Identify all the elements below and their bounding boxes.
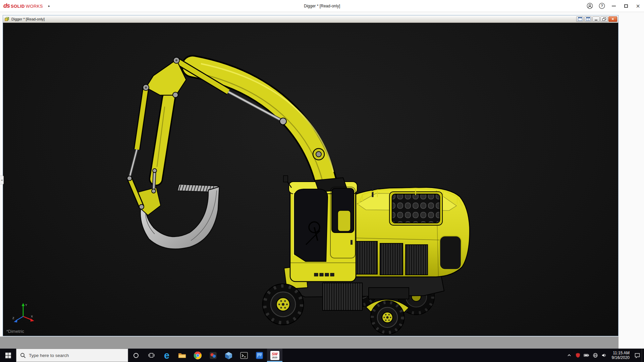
- engine-grille: [392, 194, 440, 223]
- chrome-app-button[interactable]: [190, 349, 205, 362]
- excavator-model: [3, 23, 618, 336]
- svg-text:?: ?: [601, 4, 603, 8]
- close-button[interactable]: ×: [632, 0, 644, 12]
- cortana-icon: [133, 353, 139, 358]
- svg-text:Z: Z: [12, 316, 14, 320]
- network-tray-button[interactable]: [591, 349, 600, 362]
- doc-restore-button[interactable]: [600, 16, 608, 22]
- document-title: Digger * [Read-only]: [11, 17, 45, 21]
- file-explorer-button[interactable]: [174, 349, 190, 362]
- 3d-viewport[interactable]: Y X Z *Dimetric: [3, 23, 618, 336]
- network-icon: [593, 353, 598, 358]
- clock[interactable]: 11:15 AM 9/16/2020: [608, 351, 633, 360]
- edge-app-button[interactable]: e: [159, 349, 174, 362]
- command-prompt-icon: [240, 351, 248, 360]
- photos-app-button[interactable]: [252, 349, 267, 362]
- solidworks-logo: ds SOLIDWORKS: [0, 2, 43, 9]
- media-app-button[interactable]: [205, 349, 221, 362]
- solidworks-app-icon: SW 2020: [270, 351, 279, 360]
- menu-expand-arrow-icon[interactable]: ▸: [48, 0, 50, 12]
- app-titlebar: ds SOLIDWORKS ▸ Digger * [Read-only] ?: [0, 0, 644, 12]
- door-handle: [351, 240, 353, 245]
- windshield: [294, 189, 328, 261]
- side-vent-1: [355, 241, 377, 274]
- engine-body: [355, 186, 470, 277]
- battery-icon: [584, 353, 589, 358]
- doc-pane-button-1[interactable]: [576, 16, 584, 22]
- user-icon: [587, 3, 593, 9]
- file-explorer-icon: [178, 351, 186, 360]
- action-center-button[interactable]: [633, 349, 642, 362]
- document-window-controls: ×: [576, 16, 617, 22]
- brand-solid-text: SOLID: [11, 4, 25, 9]
- minimize-icon: [612, 6, 616, 6]
- start-button[interactable]: [0, 349, 16, 362]
- antivirus-shield-icon: [575, 353, 581, 358]
- bucket: [137, 184, 219, 249]
- doc-close-button[interactable]: ×: [608, 16, 617, 22]
- screen: ds SOLIDWORKS ▸ Digger * [Read-only] ?: [0, 0, 644, 362]
- x-axis-arrow: [31, 318, 35, 322]
- cube-icon: [224, 351, 233, 360]
- tray-expand-button[interactable]: [565, 349, 574, 362]
- split-window-icon: [586, 17, 590, 21]
- search-input[interactable]: [29, 353, 124, 358]
- cab: [283, 176, 357, 282]
- action-center-icon: [634, 353, 640, 358]
- maximize-icon: [624, 4, 628, 8]
- photos-icon: [255, 351, 264, 360]
- boom-arm: [129, 57, 333, 190]
- doc-minimize-icon: [595, 20, 597, 20]
- edrawings-app-button[interactable]: [221, 349, 236, 362]
- volume-tray-button[interactable]: [600, 349, 608, 362]
- taskbar-search[interactable]: [16, 349, 128, 362]
- cortana-button[interactable]: [128, 349, 144, 362]
- assembly-icon: [5, 16, 10, 22]
- view-orientation-label: *Dimetric: [6, 329, 24, 334]
- app-title: Digger * [Read-only]: [0, 4, 644, 8]
- edge-icon: e: [164, 351, 169, 360]
- windows-logo-icon: [5, 353, 11, 358]
- document-titlebar[interactable]: Digger * [Read-only]: [3, 15, 618, 23]
- battery-tray-button[interactable]: [582, 349, 591, 362]
- seat: [338, 210, 351, 231]
- task-view-icon: [148, 352, 155, 359]
- search-icon: [20, 353, 26, 358]
- antivirus-tray-button[interactable]: [574, 349, 582, 362]
- task-view-button[interactable]: [144, 349, 159, 362]
- titlebar-controls: ? ×: [584, 0, 644, 12]
- clock-time: 11:15 AM: [613, 351, 630, 355]
- side-vent-3: [406, 245, 428, 275]
- minimize-button[interactable]: [608, 0, 620, 12]
- document-window: Digger * [Read-only]: [3, 15, 619, 336]
- help-icon: ?: [599, 3, 605, 9]
- account-button[interactable]: [584, 0, 596, 12]
- maximize-button[interactable]: [620, 0, 632, 12]
- doc-minimize-button[interactable]: [592, 16, 600, 22]
- help-button[interactable]: ?: [596, 0, 608, 12]
- chevron-up-icon: [567, 353, 572, 358]
- chrome-icon: [194, 351, 202, 360]
- front-left-wheel: [263, 284, 304, 325]
- brand-works-text: WORKS: [26, 4, 43, 9]
- svg-text:Y: Y: [25, 303, 27, 307]
- y-axis-arrow: [22, 303, 25, 306]
- side-vent-2: [380, 243, 403, 275]
- solidworks-app-button[interactable]: SW 2020: [267, 349, 282, 362]
- dassault-mark: ds: [3, 2, 10, 9]
- media-app-icon: [209, 351, 217, 360]
- z-axis-arrow: [14, 319, 17, 323]
- mirror: [283, 176, 288, 182]
- doc-restore-icon: [602, 17, 606, 21]
- workspace-bottom-strip: [0, 337, 619, 349]
- terminal-app-button[interactable]: [236, 349, 252, 362]
- orientation-triad[interactable]: Y X Z: [11, 302, 35, 327]
- rear-panel: [440, 236, 461, 269]
- svg-text:X: X: [31, 315, 33, 318]
- show-desktop-button[interactable]: [642, 349, 644, 362]
- featuremanager-flyout-arrow[interactable]: ◂: [0, 176, 4, 184]
- doc-pane-button-2[interactable]: [584, 16, 592, 22]
- clock-date: 9/16/2020: [612, 355, 630, 360]
- volume-icon: [601, 353, 607, 358]
- front-right-wheel: [371, 301, 404, 334]
